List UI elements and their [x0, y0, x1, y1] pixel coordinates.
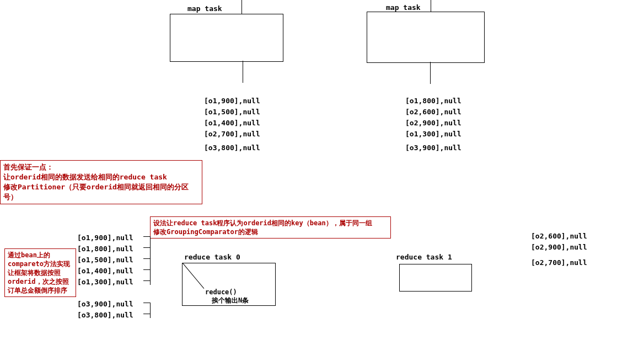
note-compareto: 通过bean上的compareto方法实现让框架将数据按照orderid，次之按… [4, 248, 76, 297]
hline-m1 [143, 247, 150, 248]
merged-5: [o3,900],null [77, 300, 133, 308]
right-data-3: [o1,300],null [405, 130, 461, 138]
note-grouping-comparator: 设法让reduce task程序认为orderid相同的key（bean），属于… [150, 216, 391, 239]
hline-m5 [143, 303, 150, 303]
right-data-1: [o2,600],null [405, 108, 461, 116]
left-data-0: [o1,900],null [204, 97, 260, 105]
reduce-inner-1: reduce() [205, 288, 237, 296]
hline-m3 [143, 269, 150, 270]
merged-0: [o1,900],null [77, 234, 133, 242]
merged-3: [o1,400],null [77, 267, 133, 275]
reduce-right-0: [o2,600],null [531, 232, 587, 240]
map-task-box-right [367, 12, 485, 63]
right-data-4: [o3,900],null [405, 144, 461, 152]
right-data-2: [o2,900],null [405, 119, 461, 127]
bracket-group1 [150, 236, 151, 285]
right-data-0: [o1,800],null [405, 97, 461, 105]
vline-top-left-in [242, 0, 242, 14]
merged-6: [o3,800],null [77, 311, 133, 319]
reduce-inner-2: 挨个输出N条 [212, 296, 249, 305]
vline-bottom-right-in [430, 62, 431, 84]
left-data-4: [o3,800],null [204, 144, 260, 152]
reduce-right-1: [o2,900],null [531, 243, 587, 251]
vline-bottom-left-in [243, 61, 243, 83]
map-task-label-left: map task [187, 4, 222, 13]
hline-m2 [143, 258, 150, 259]
bracket-group2 [150, 303, 151, 318]
merged-2: [o1,500],null [77, 256, 133, 264]
vline-top-right-in [431, 0, 431, 12]
reduce-task-0-label: reduce task 0 [184, 253, 240, 261]
reduce-task-1-label: reduce task 1 [396, 253, 452, 261]
note-partitioner: 首先保证一点： 让orderid相同的数据发送给相同的reduce task 修… [0, 160, 202, 204]
reduce-task-1-box [399, 264, 472, 292]
map-task-label-right: map task [386, 3, 421, 12]
left-data-2: [o1,400],null [204, 119, 260, 127]
map-task-box-left [170, 14, 283, 62]
reduce-right-2: [o2,700],null [531, 258, 587, 267]
hline-m4 [143, 280, 150, 281]
hline-m0 [143, 236, 150, 237]
left-data-1: [o1,500],null [204, 108, 260, 116]
left-data-3: [o2,700],null [204, 130, 260, 138]
merged-4: [o1,300],null [77, 278, 133, 286]
merged-1: [o1,800],null [77, 245, 133, 253]
hline-m6 [143, 314, 150, 314]
